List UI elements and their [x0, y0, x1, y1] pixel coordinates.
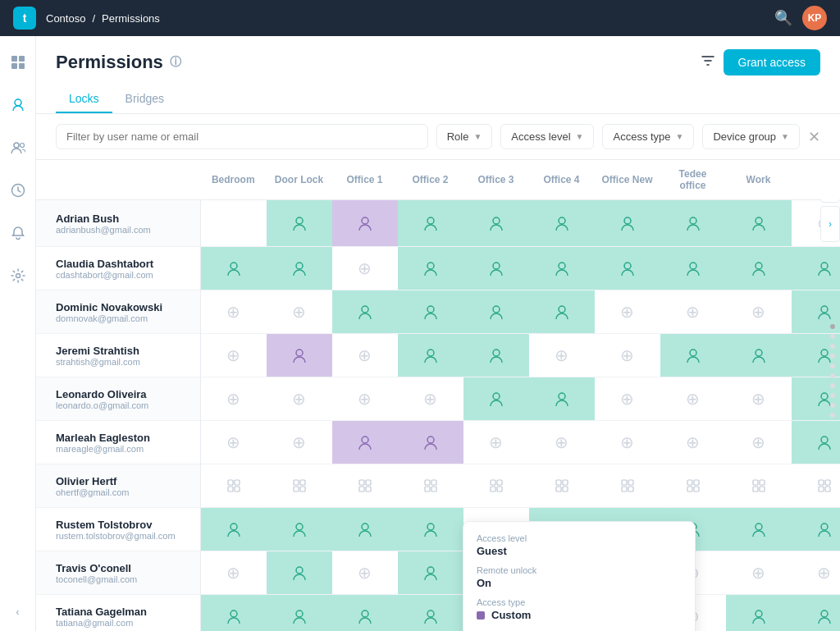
perm-granted[interactable]: [399, 337, 462, 373]
perm-granted[interactable]: [465, 294, 527, 330]
perm-cell-1: ⊕: [267, 290, 332, 334]
perm-add[interactable]: ⊕: [203, 381, 265, 417]
perm-granted[interactable]: [268, 555, 331, 591]
perm-granted[interactable]: [596, 205, 659, 241]
perm-add[interactable]: ⊕: [531, 337, 593, 373]
sidebar-item-dashboard[interactable]: [5, 49, 31, 75]
perm-cell-2: [332, 290, 398, 334]
perm-granted[interactable]: [531, 250, 593, 286]
perm-add[interactable]: ⊕: [728, 424, 790, 460]
perm-granted[interactable]: [793, 250, 841, 286]
perm-add[interactable]: ⊕: [662, 294, 724, 330]
perm-granted[interactable]: [728, 337, 790, 373]
perm-granted[interactable]: [793, 598, 841, 631]
perm-granted[interactable]: [268, 250, 331, 286]
tab-locks[interactable]: Locks: [56, 85, 112, 113]
perm-granted[interactable]: [662, 205, 724, 241]
perm-granted[interactable]: [334, 598, 396, 631]
perm-granted[interactable]: [203, 598, 265, 631]
search-input[interactable]: [56, 124, 428, 149]
svg-point-9: [296, 217, 303, 224]
sidebar-collapse[interactable]: ‹: [16, 606, 20, 618]
perm-granted[interactable]: [268, 511, 331, 547]
perm-add[interactable]: ⊕: [203, 555, 265, 591]
perm-add[interactable]: ⊕: [662, 424, 724, 460]
perm-add[interactable]: ⊕: [334, 337, 396, 373]
perm-granted[interactable]: [399, 250, 462, 286]
sidebar-item-users[interactable]: [5, 135, 31, 161]
perm-granted[interactable]: [728, 205, 790, 241]
perm-add[interactable]: ⊕: [203, 294, 265, 330]
nav-next-arrow[interactable]: ›: [820, 206, 840, 242]
perm-add[interactable]: ⊕: [793, 555, 841, 591]
perm-granted[interactable]: [203, 511, 265, 547]
perm-granted[interactable]: [662, 337, 724, 373]
perm-add[interactable]: ⊕: [268, 294, 331, 330]
perm-add[interactable]: ⊕: [596, 424, 659, 460]
perm-granted[interactable]: [465, 250, 527, 286]
perm-limited[interactable]: [334, 424, 396, 460]
perm-granted[interactable]: [465, 381, 527, 417]
perm-add[interactable]: ⊕: [203, 337, 265, 373]
perm-add[interactable]: ⊕: [596, 294, 659, 330]
perm-granted[interactable]: [465, 205, 527, 241]
perm-add[interactable]: ⊕: [531, 424, 593, 460]
tab-bridges[interactable]: Bridges: [112, 85, 177, 113]
breadcrumb-root[interactable]: Contoso: [46, 12, 85, 25]
sidebar-item-permissions[interactable]: [5, 92, 31, 118]
perm-add[interactable]: ⊕: [728, 555, 790, 591]
perm-granted[interactable]: [728, 250, 790, 286]
filter-clear-button[interactable]: ✕: [808, 128, 820, 146]
perm-granted[interactable]: [334, 511, 396, 547]
perm-limited[interactable]: [268, 337, 331, 373]
perm-tooltip[interactable]: [399, 424, 462, 460]
perm-add[interactable]: ⊕: [203, 424, 265, 460]
perm-add[interactable]: ⊕: [399, 381, 462, 417]
perm-granted[interactable]: [268, 205, 331, 241]
perm-granted[interactable]: [399, 205, 462, 241]
perm-granted[interactable]: [662, 250, 724, 286]
perm-granted[interactable]: [465, 337, 527, 373]
perm-granted[interactable]: [793, 511, 841, 547]
device-group-filter[interactable]: Device group ▼: [702, 124, 800, 149]
perm-granted[interactable]: [596, 250, 659, 286]
table-row: Jeremi Strahtishstrahtish@gmail.com⊕ ⊕ ⊕…: [36, 334, 840, 377]
sidebar-item-activity[interactable]: [5, 177, 31, 203]
grant-access-button[interactable]: Grant access: [724, 49, 820, 75]
perm-granted[interactable]: [793, 424, 841, 460]
perm-granted[interactable]: [728, 598, 790, 631]
svg-point-21: [559, 263, 565, 269]
perm-add[interactable]: ⊕: [334, 381, 396, 417]
perm-granted[interactable]: [531, 381, 593, 417]
perm-add[interactable]: ⊕: [268, 381, 331, 417]
perm-granted[interactable]: [334, 294, 396, 330]
perm-granted[interactable]: [399, 555, 462, 591]
perm-granted[interactable]: [531, 294, 593, 330]
perm-add[interactable]: ⊕: [465, 424, 527, 460]
perm-granted[interactable]: [399, 294, 462, 330]
perm-granted[interactable]: [728, 511, 790, 547]
perm-add[interactable]: ⊕: [662, 381, 724, 417]
search-icon[interactable]: 🔍: [774, 9, 792, 27]
perm-granted[interactable]: [531, 205, 593, 241]
perm-granted[interactable]: [399, 511, 462, 547]
perm-limited[interactable]: [334, 205, 396, 241]
perm-add[interactable]: ⊕: [334, 250, 396, 286]
perm-add[interactable]: ⊕: [596, 381, 659, 417]
perm-granted[interactable]: [399, 598, 462, 631]
perm-add[interactable]: ⊕: [268, 424, 331, 460]
svg-rect-70: [628, 487, 633, 492]
perm-add[interactable]: ⊕: [728, 294, 790, 330]
perm-granted[interactable]: [268, 598, 331, 631]
role-filter[interactable]: Role ▼: [436, 124, 493, 149]
access-type-filter[interactable]: Access type ▼: [602, 124, 694, 149]
perm-add[interactable]: ⊕: [596, 337, 659, 373]
access-level-filter[interactable]: Access level ▼: [500, 124, 594, 149]
sidebar-item-settings[interactable]: [5, 263, 31, 289]
perm-granted[interactable]: [203, 250, 265, 286]
perm-add[interactable]: ⊕: [728, 381, 790, 417]
perm-add[interactable]: ⊕: [334, 555, 396, 591]
perm-grid: [203, 468, 265, 504]
sidebar-item-notifications[interactable]: [5, 220, 31, 246]
filter-button[interactable]: [701, 53, 715, 71]
